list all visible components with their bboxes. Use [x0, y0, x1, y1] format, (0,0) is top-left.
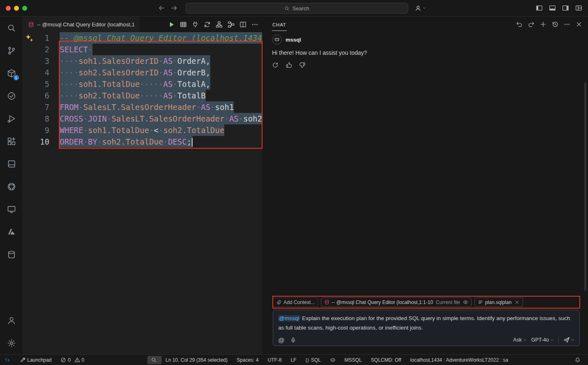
chat-input-text[interactable]: @mssqlExplain the execution plan for the… [278, 314, 574, 335]
launchpad[interactable]: Launchpad [16, 355, 57, 365]
activity-run-and-debug[interactable] [0, 107, 23, 130]
copilot-status[interactable] [326, 355, 341, 365]
code-editor[interactable]: 1-- @mssql Chat Query Editor (localhost,… [23, 32, 262, 354]
chat-input[interactable]: @mssqlExplain the execution plan for the… [273, 310, 580, 346]
mssql-mention-chip[interactable]: @mssql [278, 315, 300, 321]
problems[interactable]: 00 [57, 355, 89, 365]
window-controls [6, 6, 27, 11]
estimated-plan-button[interactable] [204, 21, 211, 28]
chat-scrollbar[interactable] [584, 82, 586, 290]
close-window-button[interactable] [6, 6, 11, 11]
activity-sql-server-objects[interactable]: 1 [0, 62, 23, 84]
mssql-provider[interactable]: MSSQL [341, 355, 367, 365]
editor-line-3[interactable]: 3····soh1.SalesOrderID·AS·OrderA, [23, 55, 262, 67]
add-context-button[interactable]: Add Context... [273, 297, 318, 307]
helpful-button[interactable] [286, 62, 292, 68]
run-query-button[interactable] [168, 21, 175, 28]
current-file-context-chip[interactable]: -- @mssql Chat Query Editor (localhost,1… [321, 297, 472, 307]
activity-database-projects[interactable] [0, 243, 23, 266]
new-chat-button[interactable] [540, 21, 546, 28]
results-grid-button[interactable] [180, 21, 187, 28]
encoding[interactable]: UTF-8 [264, 355, 287, 365]
editor-line-10[interactable]: 10ORDER·BY·soh2.TotalDue·DESC; [23, 136, 262, 147]
line-number: 10 [23, 136, 56, 147]
split-editor-button[interactable] [239, 21, 246, 28]
tab-chat[interactable]: CHAT [272, 18, 287, 31]
chat-message-text: Hi there! How can I assist you today? [272, 49, 580, 56]
query-plan-button[interactable] [228, 21, 235, 28]
connect-button[interactable] [192, 21, 199, 28]
account-menu-button[interactable] [415, 0, 426, 16]
model-picker-dropdown[interactable]: GPT-4o [531, 337, 554, 343]
eol[interactable]: LF [287, 355, 302, 365]
activity-github[interactable] [0, 175, 23, 198]
activity-remote-explorer[interactable] [0, 198, 23, 220]
close-icon[interactable] [514, 299, 520, 305]
command-center-search[interactable]: Search [186, 3, 408, 14]
editor-line-5[interactable]: 5····soh1.TotalDue·····AS·TotalA, [23, 78, 262, 90]
toggle-secondary-sidebar-button[interactable] [562, 5, 569, 12]
chat-mode-dropdown[interactable]: Ask [513, 337, 527, 343]
cursor-position[interactable]: Ln 10, Col 29 (354 selected) [162, 355, 233, 365]
history-forward-button[interactable] [171, 5, 178, 12]
more-button[interactable] [564, 21, 570, 28]
schema-compare-button[interactable] [216, 21, 223, 28]
line-number: 8 [23, 113, 56, 124]
regenerate-button[interactable] [272, 62, 279, 68]
activity-search[interactable] [0, 16, 23, 39]
activity-bar: 1 [0, 16, 23, 354]
zoom-indicator[interactable] [147, 356, 162, 364]
activity-testing[interactable] [0, 84, 23, 107]
activity-settings[interactable] [0, 332, 23, 354]
send-button[interactable] [563, 337, 574, 343]
activity-source-control[interactable] [0, 39, 23, 62]
more-actions-button[interactable] [251, 21, 258, 28]
show-chats-button[interactable] [552, 21, 558, 28]
line-number: 5 [23, 78, 56, 90]
toggle-panel-button[interactable] [549, 5, 556, 12]
editor-line-4[interactable]: 4····soh2.SalesOrderID·AS·OrderB, [23, 67, 262, 78]
microphone-icon[interactable] [290, 337, 296, 343]
language-mode[interactable]: {}SQL [302, 355, 326, 365]
editor-line-8[interactable]: 8CROSS·JOIN·SalesLT.SalesOrderHeader·AS·… [23, 113, 262, 124]
indentation[interactable]: Spaces: 4 [233, 355, 264, 365]
activity-extensions[interactable] [0, 130, 23, 152]
notifications-bell[interactable] [571, 355, 586, 365]
unhelpful-button[interactable] [299, 62, 306, 68]
activity-accounts[interactable] [0, 309, 23, 332]
toggle-primary-sidebar-button[interactable] [536, 5, 543, 12]
connection-status[interactable]: localhost,1434 : AdventureWorksLT2022 : … [407, 355, 514, 365]
redo-button[interactable] [528, 21, 535, 28]
workbench: 1 -- @mssql Chat Query Editor (localhost… [0, 16, 588, 354]
chat-input-toolbar: @ Ask GPT-4o [278, 335, 574, 343]
chip-label: -- @mssql Chat Query Editor (localhost,1… [332, 299, 433, 305]
editor-line-9[interactable]: 9WHERE·soh1.TotalDue·<·soh2.TotalDue [23, 124, 262, 136]
sqlcmd-mode[interactable]: SQLCMD: Off [367, 355, 407, 365]
editor-line-2[interactable]: 2SELECT· [23, 44, 262, 55]
search-placeholder: Search [292, 5, 309, 12]
customize-layout-button[interactable] [575, 5, 582, 12]
minimize-window-button[interactable] [14, 6, 19, 11]
chevron-down-icon [423, 6, 426, 10]
history-back-button[interactable] [158, 5, 165, 12]
editor-tab[interactable]: -- @mssql Chat Query Editor (localhost,1 [23, 16, 139, 32]
plan-file-context-chip[interactable]: plan.sqlplan [474, 297, 523, 307]
chat-context-row: Add Context...-- @mssql Chat Query Edito… [273, 296, 580, 308]
undo-button[interactable] [516, 21, 523, 28]
activity-notebooks[interactable] [0, 152, 23, 175]
chip-label: Add Context... [284, 299, 315, 305]
attach-context-icon[interactable]: @ [278, 337, 284, 343]
zoom-window-button[interactable] [22, 6, 27, 11]
line-number: 6 [23, 90, 56, 101]
eye-icon[interactable] [463, 299, 468, 305]
chip-suffix: Current file [436, 299, 460, 305]
editor-line-7[interactable]: 7FROM·SalesLT.SalesOrderHeader·AS·soh1 [23, 101, 262, 113]
editor-line-1[interactable]: 1-- @mssql Chat Query Editor (localhost,… [23, 32, 262, 44]
activity-azure[interactable] [0, 220, 23, 243]
badge: 1 [13, 75, 19, 81]
copilot-sparkle-icon[interactable] [25, 34, 34, 42]
chevron-down-icon [550, 338, 554, 342]
close-chat-button[interactable] [576, 21, 582, 28]
editor-line-6[interactable]: 6····soh2.TotalDue·····AS·TotalB [23, 90, 262, 101]
remote-indicator[interactable] [0, 355, 16, 365]
